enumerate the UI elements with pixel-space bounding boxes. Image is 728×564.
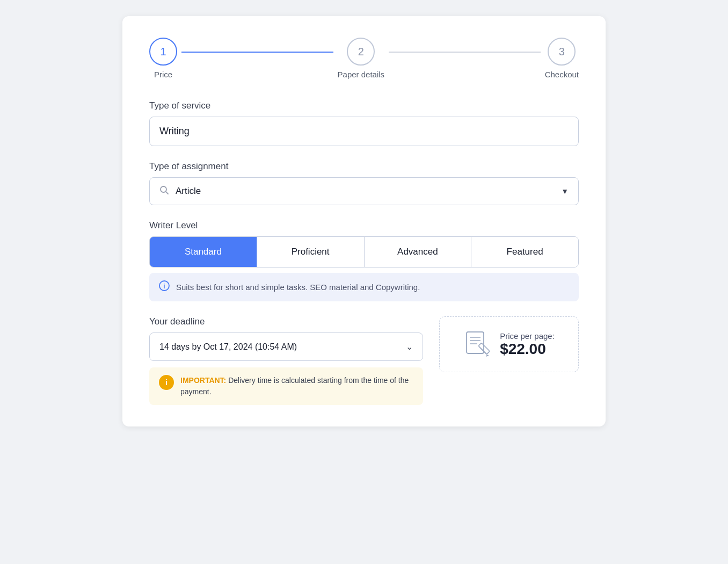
step-2-label: Paper details — [338, 70, 385, 79]
price-icon-area: Price per page: $22.00 — [463, 330, 555, 359]
important-box: i IMPORTANT: Delivery time is calculated… — [149, 367, 423, 405]
step-3-label: Checkout — [545, 70, 579, 79]
service-label: Type of service — [149, 100, 579, 111]
deadline-chevron-icon: ⌄ — [406, 342, 413, 352]
important-icon-wrap: i — [159, 375, 174, 390]
step-line-1 — [181, 52, 333, 53]
assignment-label: Type of assignment — [149, 161, 579, 172]
deadline-value: 14 days by Oct 17, 2024 (10:54 AM) — [159, 342, 297, 352]
step-1: 1 Price — [149, 38, 177, 79]
deadline-col: Your deadline 14 days by Oct 17, 2024 (1… — [149, 316, 423, 405]
writer-level-info-text: Suits best for short and simple tasks. S… — [176, 283, 420, 292]
price-box: Price per page: $22.00 — [439, 316, 579, 372]
service-input[interactable] — [149, 117, 579, 146]
step-1-circle: 1 — [149, 38, 177, 66]
important-text: IMPORTANT: Delivery time is calculated s… — [180, 375, 413, 397]
main-card: 1 Price 2 Paper details 3 Checkout Type … — [122, 16, 606, 426]
writer-level-info: i Suits best for short and simple tasks.… — [149, 273, 579, 301]
bottom-row: Your deadline 14 days by Oct 17, 2024 (1… — [149, 316, 579, 405]
svg-line-1 — [166, 192, 169, 194]
info-icon: i — [159, 280, 170, 294]
step-1-label: Price — [154, 70, 172, 79]
assignment-value: Article — [176, 186, 561, 197]
step-3: 3 Checkout — [545, 38, 579, 79]
tab-standard[interactable]: Standard — [150, 237, 257, 267]
step-3-circle: 3 — [548, 38, 576, 66]
writer-level-tabs: Standard Proficient Advanced Featured — [149, 236, 579, 267]
important-icon: i — [165, 378, 168, 387]
assignment-dropdown[interactable]: Article ▼ — [149, 177, 579, 205]
svg-rect-4 — [467, 332, 484, 353]
price-per-page-label: Price per page: — [500, 331, 555, 341]
svg-text:i: i — [163, 283, 165, 290]
assignment-section: Type of assignment Article ▼ — [149, 161, 579, 205]
svg-marker-10 — [486, 355, 489, 357]
step-2-circle: 2 — [347, 38, 375, 66]
step-line-2 — [389, 52, 541, 53]
search-icon — [159, 185, 169, 197]
chevron-down-icon: ▼ — [561, 187, 569, 196]
price-document-icon — [463, 330, 492, 359]
important-label: IMPORTANT: — [180, 376, 226, 385]
price-value: $22.00 — [500, 341, 555, 358]
deadline-dropdown[interactable]: 14 days by Oct 17, 2024 (10:54 AM) ⌄ — [149, 332, 423, 361]
price-info: Price per page: $22.00 — [500, 331, 555, 358]
deadline-label: Your deadline — [149, 316, 423, 327]
tab-proficient[interactable]: Proficient — [257, 237, 365, 267]
writer-level-section: Writer Level Standard Proficient Advance… — [149, 220, 579, 301]
step-2: 2 Paper details — [338, 38, 385, 79]
writer-level-label: Writer Level — [149, 220, 579, 231]
tab-featured[interactable]: Featured — [471, 237, 578, 267]
service-section: Type of service — [149, 100, 579, 146]
tab-advanced[interactable]: Advanced — [365, 237, 472, 267]
stepper: 1 Price 2 Paper details 3 Checkout — [149, 38, 579, 79]
